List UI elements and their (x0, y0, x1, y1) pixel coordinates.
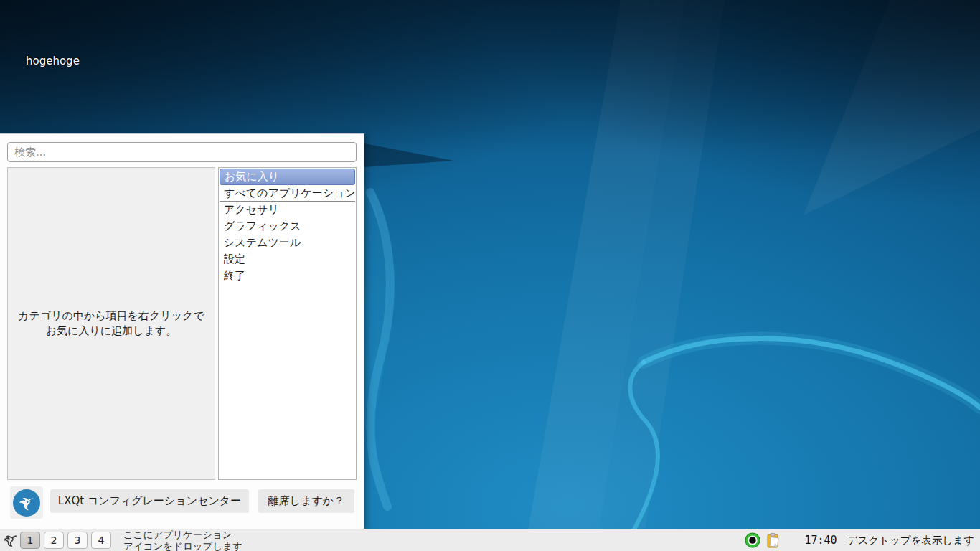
category-list: お気に入り すべてのアプリケーション アクセサリ グラフィックス システムツール… (218, 167, 357, 480)
desktop-icon-label[interactable]: hogehoge (26, 55, 80, 67)
lxqt-logo-icon (13, 489, 40, 517)
category-item-system-tools[interactable]: システムツール (220, 235, 355, 251)
search-input[interactable] (7, 142, 357, 162)
leave-button[interactable]: 離席しますか？ (258, 489, 354, 513)
taskbar: 1 2 3 4 ここにアプリケーション アイコンをドロップします 17:40 デ… (0, 529, 980, 551)
lxqt-logo-button[interactable] (10, 486, 43, 519)
clock[interactable]: 17:40 (804, 534, 837, 547)
screen: hogehoge カテゴリの中から項目を右クリックで お気に入りに追加します。 … (0, 0, 980, 551)
app-menu-popup: カテゴリの中から項目を右クリックで お気に入りに追加します。 お気に入り すべて… (0, 133, 364, 529)
category-item-graphics[interactable]: グラフィックス (220, 218, 355, 235)
favorites-panel: カテゴリの中から項目を右クリックで お気に入りに追加します。 (7, 167, 215, 480)
category-item-leave[interactable]: 終了 (220, 268, 355, 284)
workspace-button-1[interactable]: 1 (20, 532, 40, 549)
main-menu-button[interactable] (0, 529, 20, 551)
favorites-hint-line1: カテゴリの中から項目を右クリックで (18, 309, 204, 324)
workspace-button-2[interactable]: 2 (44, 532, 64, 549)
workspace-button-3[interactable]: 3 (67, 532, 88, 549)
favorites-hint: カテゴリの中から項目を右クリックで お気に入りに追加します。 (18, 309, 204, 339)
config-center-button[interactable]: LXQt コンフィグレーションセンター (50, 489, 249, 513)
category-item-favorites[interactable]: お気に入り (220, 169, 355, 185)
tray-status-icon[interactable] (744, 532, 761, 549)
quicklaunch-hint-line1: ここにアプリケーション (123, 529, 242, 540)
category-item-accessories[interactable]: アクセサリ (220, 202, 355, 218)
workspace-button-4[interactable]: 4 (91, 532, 111, 549)
category-item-all-applications[interactable]: すべてのアプリケーション (220, 185, 355, 202)
category-item-settings[interactable]: 設定 (220, 251, 355, 268)
favorites-hint-line2: お気に入りに追加します。 (18, 324, 204, 339)
show-desktop-button[interactable]: デスクトップを表示します (847, 534, 974, 547)
clipboard-icon[interactable] (765, 532, 782, 549)
quicklaunch-hint-line2: アイコンをドロップします (123, 540, 242, 551)
quicklaunch-drop-area[interactable]: ここにアプリケーション アイコンをドロップします (123, 529, 242, 551)
lxqt-hummingbird-icon (1, 532, 19, 549)
